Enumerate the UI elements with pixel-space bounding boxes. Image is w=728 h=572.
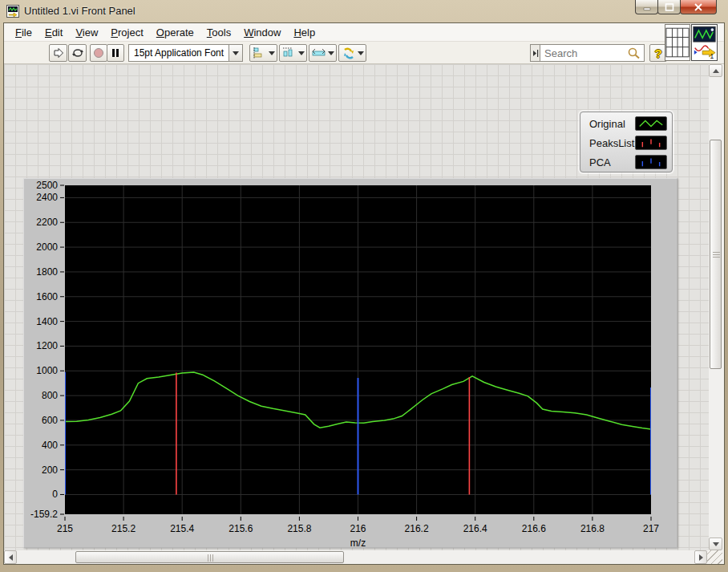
menu-tools[interactable]: Tools [200, 24, 237, 41]
legend-label: Original [589, 118, 635, 130]
y-tick-label: 1000 [36, 365, 58, 376]
scroll-right-button[interactable] [694, 550, 707, 564]
panel-vertical-scrollbar[interactable] [709, 64, 722, 550]
distribute-objects-button[interactable] [279, 44, 307, 62]
legend-item-original[interactable]: Original [580, 114, 672, 133]
y-tick-label: 1800 [36, 266, 58, 278]
font-selector-value: 15pt Application Font [129, 47, 229, 59]
vertical-scrollbar-thumb[interactable] [710, 140, 722, 369]
legend-sample-pca[interactable] [635, 155, 667, 169]
horizontal-scrollbar-thumb[interactable] [75, 551, 344, 563]
font-selector[interactable]: 15pt Application Font [128, 44, 243, 62]
scroll-down-button[interactable] [709, 538, 722, 550]
y-tick-label: 2400 [36, 192, 58, 203]
x-tick-label: 216.2 [405, 523, 429, 534]
legend-item-pca[interactable]: PCA [580, 152, 672, 172]
chevron-down-icon [298, 51, 305, 55]
search-field[interactable] [540, 44, 645, 62]
x-tick-label: 216.4 [463, 523, 487, 534]
font-selector-dropdown[interactable] [229, 45, 242, 61]
distribute-objects-icon [282, 47, 297, 59]
x-tick-label: 215.2 [111, 523, 135, 534]
maximize-icon [665, 3, 674, 11]
thumb-grip [210, 554, 211, 562]
menu-operate[interactable]: Operate [150, 24, 200, 41]
y-tick-label: 1200 [36, 340, 58, 351]
search-input[interactable] [540, 47, 627, 59]
waveform-graph[interactable]: -159.20200400600800100012001400160018002… [23, 178, 677, 548]
y-tick-label: 800 [42, 390, 58, 401]
resize-objects-button[interactable] [309, 44, 337, 62]
pause-button[interactable] [107, 44, 124, 62]
app-icon [6, 5, 19, 18]
chevron-down-icon [269, 51, 275, 55]
y-tick-label: 600 [42, 415, 58, 426]
abort-icon [93, 47, 104, 59]
legend-item-peakslist[interactable]: PeaksList [580, 133, 672, 152]
scroll-up-button[interactable] [709, 64, 722, 77]
x-tick-label: 215.6 [229, 523, 253, 534]
resize-objects-icon [312, 47, 326, 59]
x-tick-label: 215 [57, 523, 73, 534]
align-objects-icon [253, 47, 267, 59]
pause-icon [111, 48, 119, 58]
menu-project[interactable]: Project [104, 24, 149, 41]
x-tick-label: 216 [350, 523, 366, 534]
minimize-button[interactable] [635, 0, 658, 14]
toolbar: 15pt Application Font [4, 42, 724, 64]
window-title: Untitled 1.vi Front Panel [24, 5, 135, 17]
menu-view[interactable]: View [69, 24, 104, 41]
x-tick-label: 217 [643, 523, 659, 534]
client-area: File Edit View Project Operate Tools Win… [3, 22, 725, 565]
vi-icon[interactable]: 1 [691, 24, 718, 61]
run-button[interactable] [49, 44, 67, 62]
arrow-left-icon [9, 554, 13, 561]
menu-help[interactable]: Help [287, 24, 322, 41]
menu-file[interactable]: File [9, 24, 38, 41]
run-continuously-button[interactable] [68, 44, 87, 62]
menu-window[interactable]: Window [237, 24, 287, 41]
menubar: File Edit View Project Operate Tools Win… [4, 23, 724, 42]
chevron-down-icon [233, 51, 239, 55]
align-objects-button[interactable] [249, 44, 277, 62]
legend-label: PeaksList [589, 137, 635, 149]
search-collapse-button[interactable] [530, 44, 540, 62]
plot-canvas[interactable]: -159.20200400600800100012001400160018002… [24, 179, 677, 547]
labview-window: Untitled 1.vi Front Panel File Edit View… [0, 0, 728, 572]
window-resize-grip[interactable] [707, 550, 722, 564]
x-axis-label: m/z [350, 538, 366, 547]
y-tick-label: 0 [52, 489, 58, 500]
legend-sample-original[interactable] [635, 116, 667, 131]
plot-legend: Original PeaksList PCA [580, 112, 673, 172]
collapse-arrow-icon [532, 50, 539, 57]
thumb-grip [713, 254, 720, 255]
x-tick-label: 215.8 [287, 523, 311, 534]
menu-edit[interactable]: Edit [38, 24, 69, 41]
minimize-icon [642, 3, 652, 11]
run-icon [53, 47, 64, 59]
arrow-right-icon [699, 554, 703, 561]
connector-pane-icon[interactable] [665, 24, 690, 61]
arrow-up-icon [713, 69, 719, 73]
y-tick-label: 200 [42, 464, 58, 476]
svg-text:1: 1 [710, 52, 714, 60]
front-panel: Original PeaksList PCA [4, 64, 709, 550]
x-tick-label: 216.8 [580, 523, 605, 534]
search-icon [627, 47, 641, 59]
titlebar[interactable]: Untitled 1.vi Front Panel [0, 0, 728, 22]
run-continuously-icon [71, 47, 84, 59]
reorder-objects-button[interactable] [338, 44, 366, 62]
chevron-down-icon [358, 51, 364, 55]
legend-sample-peakslist[interactable] [635, 136, 667, 150]
y-tick-label: 1600 [36, 291, 58, 302]
abort-button[interactable] [90, 44, 107, 62]
y-tick-label: 2500 [36, 180, 58, 191]
scroll-left-button[interactable] [4, 550, 17, 564]
y-tick-label: 400 [42, 440, 58, 451]
close-button[interactable] [680, 0, 717, 14]
panel-horizontal-scrollbar[interactable] [4, 550, 707, 564]
x-tick-label: 215.4 [170, 523, 194, 534]
help-icon: ? [654, 47, 661, 60]
close-icon [694, 3, 703, 11]
maximize-button[interactable] [657, 0, 681, 14]
